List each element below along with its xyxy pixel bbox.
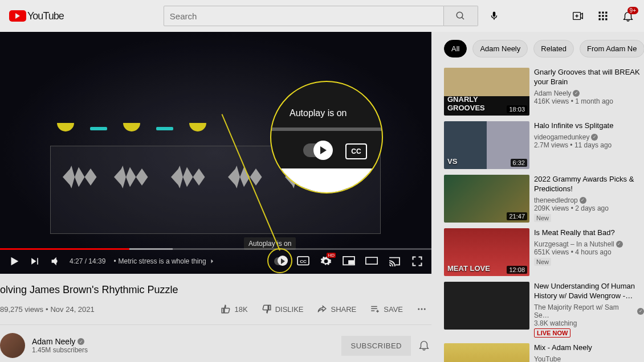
- fullscreen-icon: [411, 256, 423, 267]
- magnifier-autoplay-toggle: [303, 143, 332, 157]
- more-horizontal-icon: [417, 304, 427, 314]
- rec-title: 2022 Grammy Awards Picks & Predictions!: [534, 175, 644, 194]
- notification-preference-button[interactable]: [418, 339, 431, 352]
- create-button[interactable]: [571, 9, 585, 23]
- rec-meta: 416K views • 1 month ago: [534, 97, 644, 105]
- settings-button[interactable]: HD: [320, 255, 332, 268]
- channel-avatar[interactable]: [0, 333, 25, 358]
- chip-adam-neely[interactable]: Adam Neely: [472, 40, 528, 57]
- search-input[interactable]: [164, 6, 444, 26]
- rec-channel: theneedledrop ✓: [534, 196, 644, 204]
- cast-button[interactable]: [388, 255, 401, 268]
- share-icon: [317, 304, 327, 314]
- chapter-name[interactable]: • Metric stress is a whole thing: [113, 257, 215, 265]
- notifications-button[interactable]: 9+: [621, 9, 635, 23]
- volume-button[interactable]: [49, 255, 62, 268]
- thumbs-up-icon: [221, 304, 231, 314]
- rec-channel: Kurzgesagt – In a Nutshell ✓: [534, 240, 644, 248]
- recommendation-item[interactable]: WHERE Mix - Adam Neely YouTube: [444, 343, 644, 362]
- youtube-logo[interactable]: YouTube: [9, 10, 64, 22]
- share-button[interactable]: SHARE: [312, 301, 361, 318]
- action-bar: 18K DISLIKE SHARE SAVE: [216, 301, 431, 318]
- player-controls: 4:27 / 14:39 • Metric stress is a whole …: [0, 249, 431, 274]
- dislike-label: DISLIKE: [275, 305, 304, 314]
- right-column: All Adam Neely Related From Adam Ne GNAR…: [431, 32, 644, 362]
- verified-badge-icon: ✓: [637, 308, 644, 315]
- svg-rect-10: [605, 15, 607, 17]
- magnifier-callout: Autoplay is on CC: [270, 81, 383, 194]
- chip-related[interactable]: Related: [533, 40, 574, 57]
- publish-date: Nov 24, 2021: [50, 305, 94, 314]
- chip-from-channel[interactable]: From Adam Ne: [580, 40, 644, 57]
- search-button[interactable]: [444, 6, 478, 26]
- svg-rect-8: [598, 15, 600, 17]
- apps-button[interactable]: [596, 9, 610, 23]
- logo-text: YouTube: [27, 10, 64, 22]
- save-button[interactable]: SAVE: [365, 301, 407, 318]
- header-right: 9+: [571, 9, 635, 23]
- microphone-icon: [489, 11, 499, 21]
- voice-search-button[interactable]: [483, 5, 506, 27]
- rec-channel: YouTube: [534, 355, 644, 362]
- rec-info: Gnarly Grooves that will BREAK your Brai…: [534, 68, 644, 116]
- view-count: 89,275 views: [0, 305, 43, 314]
- svg-point-0: [457, 12, 463, 18]
- header: YouTube 9+: [0, 0, 644, 32]
- more-actions-button[interactable]: [412, 301, 431, 318]
- save-label: SAVE: [384, 305, 403, 314]
- play-button[interactable]: [8, 255, 21, 268]
- subscriber-count: 1.45M subscribers: [32, 346, 335, 354]
- header-left: YouTube: [9, 10, 64, 22]
- search-container: [164, 5, 506, 27]
- dislike-button[interactable]: DISLIKE: [257, 301, 308, 318]
- autoplay-toggle[interactable]: [274, 255, 287, 268]
- verified-badge-icon: ✓: [573, 90, 580, 97]
- play-icon: [8, 255, 21, 268]
- svg-rect-17: [349, 261, 353, 264]
- rec-title: Gnarly Grooves that will BREAK your Brai…: [534, 68, 644, 87]
- channel-name[interactable]: Adam Neely✓: [32, 337, 335, 346]
- verified-badge-icon: ✓: [591, 134, 598, 141]
- rec-duration: 18:03: [507, 105, 527, 113]
- fullscreen-button[interactable]: [411, 255, 423, 268]
- magnifier-tooltip: Autoplay is on: [290, 108, 347, 118]
- like-button[interactable]: 18K: [216, 301, 252, 318]
- recommendation-item[interactable]: VS 6:32 Halo Infinite vs Splitgate video…: [444, 121, 644, 169]
- theater-icon: [365, 257, 378, 266]
- rec-duration: 12:08: [507, 266, 527, 274]
- recommendation-item[interactable]: New Understanding Of Human History w/ Da…: [444, 282, 644, 338]
- cast-icon: [388, 256, 401, 266]
- rec-thumbnail: WHERE: [444, 343, 529, 362]
- thumbs-down-icon: [262, 304, 272, 314]
- playlist-add-icon: [370, 304, 380, 314]
- rec-thumbnail: [444, 282, 529, 330]
- rec-meta: 651K views • 4 hours ago: [534, 248, 644, 256]
- like-count: 18K: [234, 305, 247, 314]
- left-column: Autoplay is on 4:27 / 14:39 • Metric str…: [0, 32, 431, 362]
- captions-button[interactable]: CC: [297, 255, 309, 268]
- rec-info: 2022 Grammy Awards Picks & Predictions! …: [534, 175, 644, 223]
- recommendation-item[interactable]: MEAT LOVE 12:08 Is Meat Really that Bad?…: [444, 228, 644, 276]
- recommendation-item[interactable]: 21:47 2022 Grammy Awards Picks & Predict…: [444, 175, 644, 223]
- magnifier-cc-button: CC: [345, 143, 367, 159]
- next-button[interactable]: [28, 255, 41, 268]
- svg-rect-12: [602, 18, 604, 20]
- video-meta-row: 89,275 views • Nov 24, 2021 18K DISLIKE …: [0, 301, 431, 325]
- subscribe-button[interactable]: SUBSCRIBED: [341, 336, 411, 356]
- cc-icon: CC: [297, 256, 309, 266]
- rec-meta: 3.8K watching: [534, 319, 644, 327]
- svg-rect-7: [605, 12, 607, 14]
- apps-grid-icon: [597, 10, 609, 22]
- theater-button[interactable]: [365, 255, 378, 268]
- verified-badge-icon: ✓: [78, 338, 84, 345]
- chevron-right-icon: [209, 258, 215, 265]
- chip-all[interactable]: All: [444, 40, 467, 57]
- rec-info: New Understanding Of Human History w/ Da…: [534, 282, 644, 338]
- recommendation-item[interactable]: GNARLY GROOVES 18:03 Gnarly Grooves that…: [444, 68, 644, 116]
- svg-rect-18: [366, 257, 377, 264]
- rec-thumbnail: GNARLY GROOVES 18:03: [444, 68, 529, 116]
- volume-icon: [49, 255, 62, 268]
- rec-title: Mix - Adam Neely: [534, 343, 644, 353]
- search-icon: [455, 11, 466, 21]
- miniplayer-button[interactable]: [343, 255, 355, 268]
